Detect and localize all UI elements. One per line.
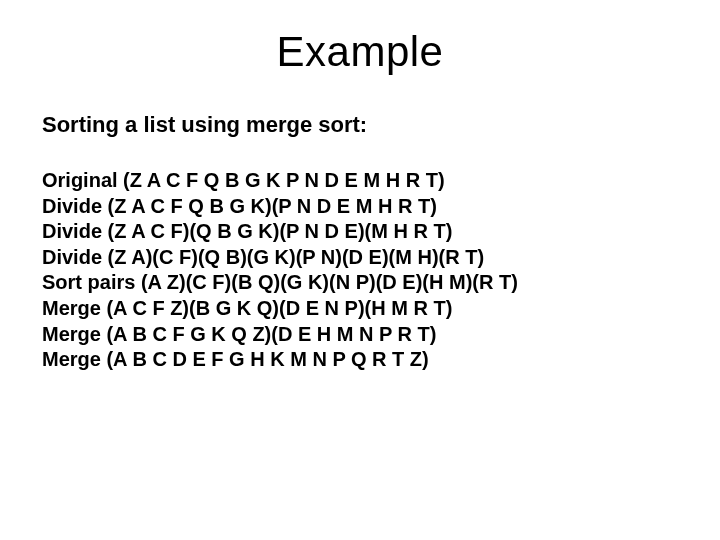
slide: Example Sorting a list using merge sort:…	[0, 0, 720, 540]
step-line: Divide (Z A C F)(Q B G K)(P N D E)(M H R…	[42, 219, 678, 245]
step-line: Merge (A B C D E F G H K M N P Q R T Z)	[42, 347, 678, 373]
slide-title: Example	[42, 28, 678, 76]
step-line: Divide (Z A)(C F)(Q B)(G K)(P N)(D E)(M …	[42, 245, 678, 271]
step-line: Divide (Z A C F Q B G K)(P N D E M H R T…	[42, 194, 678, 220]
step-line: Original (Z A C F Q B G K P N D E M H R …	[42, 168, 678, 194]
step-line: Merge (A C F Z)(B G K Q)(D E N P)(H M R …	[42, 296, 678, 322]
step-line: Merge (A B C F G K Q Z)(D E H M N P R T)	[42, 322, 678, 348]
steps-list: Original (Z A C F Q B G K P N D E M H R …	[42, 168, 678, 373]
slide-subtitle: Sorting a list using merge sort:	[42, 112, 678, 138]
step-line: Sort pairs (A Z)(C F)(B Q)(G K)(N P)(D E…	[42, 270, 678, 296]
